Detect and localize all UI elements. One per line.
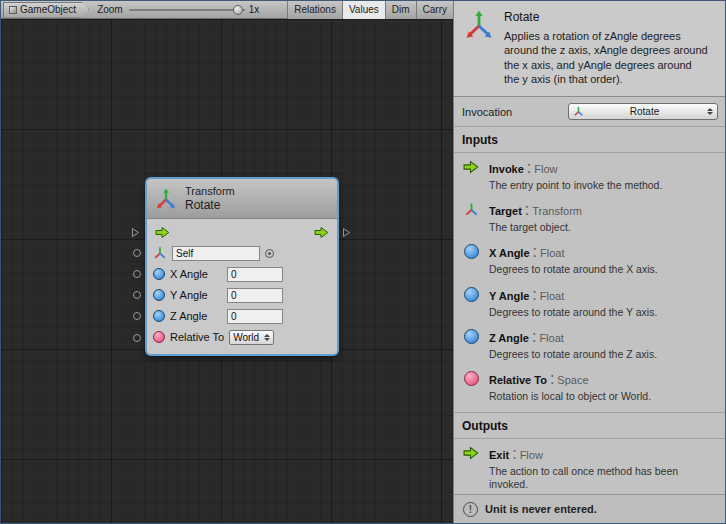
zoom-value: 1x bbox=[249, 4, 260, 15]
node-title: Transform bbox=[185, 185, 235, 198]
transform-mini-icon[interactable] bbox=[153, 246, 167, 260]
entry-name: Y Angle bbox=[489, 290, 529, 302]
node-input-xangle-connector[interactable] bbox=[133, 270, 141, 278]
node-input-target-connector[interactable] bbox=[133, 249, 141, 257]
target-self-field[interactable]: Self bbox=[172, 246, 260, 261]
inspector-header-text: Rotate Applies a rotation of zAngle degr… bbox=[504, 10, 709, 86]
entry-type: Space bbox=[557, 374, 588, 386]
node-flow-row bbox=[153, 223, 331, 241]
relativeto-dropdown-value: World bbox=[233, 332, 259, 343]
dropdown-arrows-icon bbox=[264, 334, 270, 341]
float-port-icon bbox=[462, 243, 480, 259]
node-output-flow-connector[interactable] bbox=[342, 227, 351, 238]
relativeto-label: Relative To bbox=[170, 331, 224, 343]
zoom-slider-knob[interactable] bbox=[233, 5, 243, 15]
entry-description: The action to call once method has been … bbox=[489, 465, 704, 491]
xangle-input[interactable] bbox=[227, 267, 283, 282]
input-entry-relativeto: Relative To:Space Rotation is local to o… bbox=[454, 364, 726, 406]
gameobject-cube-icon bbox=[9, 6, 17, 14]
node-input-relativeto-connector[interactable] bbox=[133, 334, 141, 342]
node-yangle-row: Y Angle bbox=[153, 286, 331, 304]
zangle-input[interactable] bbox=[227, 309, 283, 324]
breadcrumb-gameobject[interactable]: GameObject bbox=[3, 2, 89, 18]
invocation-dropdown-value: Rotate bbox=[588, 106, 701, 117]
breadcrumb-label: GameObject bbox=[20, 4, 76, 15]
entry-description: The entry point to invoke the method. bbox=[489, 179, 662, 192]
invocation-unit-icon bbox=[573, 106, 584, 117]
relativeto-enum-port-icon[interactable] bbox=[153, 331, 165, 343]
enum-port-icon bbox=[462, 370, 480, 386]
yangle-float-port-icon[interactable] bbox=[153, 289, 165, 301]
values-button[interactable]: Values bbox=[342, 1, 385, 19]
unit-inspector-panel: Rotate Applies a rotation of zAngle degr… bbox=[453, 1, 726, 523]
output-entry-exit: Exit:Flow The action to call once method… bbox=[454, 439, 726, 494]
node-header[interactable]: Transform Rotate bbox=[147, 179, 337, 219]
node-xangle-row: X Angle bbox=[153, 265, 331, 283]
invocation-label: Invocation bbox=[462, 106, 512, 118]
carry-button[interactable]: Carry bbox=[416, 1, 453, 19]
node-relativeto-row: Relative To World bbox=[153, 328, 331, 346]
flow-arrow-icon bbox=[462, 445, 480, 460]
entry-type: Float bbox=[540, 290, 564, 302]
entry-name: Exit bbox=[489, 449, 509, 461]
node-zangle-row: Z Angle bbox=[153, 307, 331, 325]
entry-description: Degrees to rotate around the X axis. bbox=[489, 263, 658, 276]
entry-name: Target bbox=[489, 205, 522, 217]
node-input-zangle-connector[interactable] bbox=[133, 312, 141, 320]
dim-button[interactable]: Dim bbox=[385, 1, 416, 19]
input-entry-target: Target:Transform The target object. bbox=[454, 195, 726, 237]
zangle-float-port-icon[interactable] bbox=[153, 310, 165, 322]
inspector-header: Rotate Applies a rotation of zAngle degr… bbox=[454, 1, 726, 97]
entry-name: Z Angle bbox=[489, 332, 529, 344]
invocation-row: Invocation Rotate bbox=[454, 97, 726, 127]
zangle-label: Z Angle bbox=[170, 310, 222, 322]
node-body: Self X Angle Y Angle Z Angle Relativ bbox=[147, 219, 337, 354]
inspector-title: Rotate bbox=[504, 10, 709, 24]
entry-type: Transform bbox=[532, 205, 582, 217]
relations-button[interactable]: Relations bbox=[287, 1, 342, 19]
entry-name: X Angle bbox=[489, 247, 530, 259]
node-subtitle: Rotate bbox=[185, 198, 235, 212]
zoom-slider[interactable] bbox=[129, 9, 245, 11]
entry-type: Float bbox=[540, 247, 564, 259]
float-port-icon bbox=[462, 328, 480, 344]
relativeto-dropdown[interactable]: World bbox=[229, 330, 274, 345]
flow-arrow-icon bbox=[462, 159, 480, 174]
entry-description: Rotation is local to object or World. bbox=[489, 390, 651, 403]
transform-icon-large bbox=[464, 10, 494, 86]
invoke-flow-arrow-icon[interactable] bbox=[155, 226, 170, 239]
invocation-dropdown[interactable]: Rotate bbox=[568, 103, 718, 120]
toolbar-button-group: Relations Values Dim Carry bbox=[287, 1, 453, 19]
transform-icon bbox=[155, 188, 177, 210]
zoom-label: Zoom bbox=[97, 4, 123, 15]
xangle-label: X Angle bbox=[170, 268, 222, 280]
graph-toolbar: GameObject Zoom 1x Relations Values Dim … bbox=[1, 1, 453, 19]
exit-flow-arrow-icon[interactable] bbox=[314, 226, 329, 239]
warning-text: Unit is never entered. bbox=[485, 503, 597, 515]
input-entry-invoke: Invoke:Flow The entry point to invoke th… bbox=[454, 153, 726, 195]
node-input-flow-connector[interactable] bbox=[131, 227, 140, 238]
xangle-float-port-icon[interactable] bbox=[153, 268, 165, 280]
inspector-description: Applies a rotation of zAngle degrees aro… bbox=[504, 29, 709, 86]
entry-description: Degrees to rotate around the Z axis. bbox=[489, 348, 657, 361]
yangle-input[interactable] bbox=[227, 288, 283, 303]
entry-type: Flow bbox=[520, 449, 543, 461]
node-input-yangle-connector[interactable] bbox=[133, 291, 141, 299]
input-entry-zangle: Z Angle:Float Degrees to rotate around t… bbox=[454, 322, 726, 364]
float-port-icon bbox=[462, 286, 480, 302]
entry-description: The target object. bbox=[489, 221, 582, 234]
input-entry-yangle: Y Angle:Float Degrees to rotate around t… bbox=[454, 280, 726, 322]
outputs-heading: Outputs bbox=[454, 412, 726, 439]
transform-icon bbox=[462, 201, 480, 217]
warning-bar: ! Unit is never entered. bbox=[454, 494, 726, 523]
node-titles: Transform Rotate bbox=[185, 185, 235, 213]
node-target-row: Self bbox=[153, 244, 331, 262]
dropdown-arrows-icon bbox=[707, 108, 713, 115]
entry-type: Flow bbox=[534, 163, 557, 175]
object-picker-icon[interactable] bbox=[265, 249, 274, 258]
graph-canvas[interactable]: Transform Rotate bbox=[1, 19, 453, 524]
input-entry-xangle: X Angle:Float Degrees to rotate around t… bbox=[454, 237, 726, 279]
rotate-unit-node[interactable]: Transform Rotate bbox=[147, 179, 337, 354]
warning-icon: ! bbox=[463, 502, 478, 517]
entry-name: Invoke bbox=[489, 163, 524, 175]
